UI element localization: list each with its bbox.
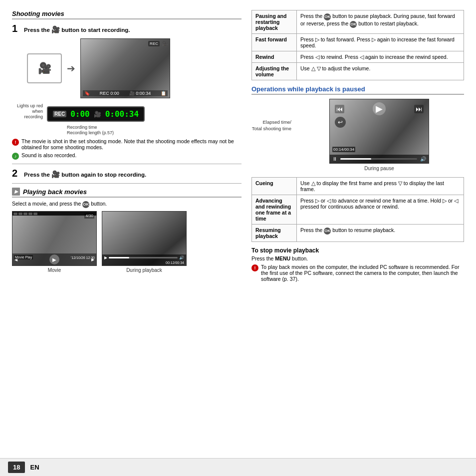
select-movie-text: Select a movie, and press the OK button.: [12, 201, 241, 208]
prev-frame-btn[interactable]: ⏮: [335, 105, 344, 113]
rec-icon: REC: [148, 41, 160, 46]
stop-text: Press the MENU button.: [251, 255, 464, 261]
note-1: ! The movie is shot in the set shooting …: [12, 138, 241, 150]
fast-forward-label: Fast forward: [252, 34, 297, 51]
rec-time-display: REC 0:00: [100, 91, 119, 96]
playback-progress-bar: ▶ 🔊 00:12/00:34: [102, 254, 186, 265]
video-overlay-top: REC 🎥: [148, 41, 168, 46]
table-row-fast-forward: Fast forward Press ▷ to fast forward. Pr…: [252, 34, 464, 51]
video-overlay-bottom: 🔖 REC 0:00 🎥 0:00:34 📋: [83, 90, 168, 96]
pause-video-display: ⏮ ▶ ⏭ ↩ 00:14/00:34: [329, 99, 429, 164]
pause-progress-bar: 00:14/00:34: [332, 147, 426, 152]
elapsed-time-label: Elapsed time/Total shooting time: [251, 99, 291, 132]
divider-1: [12, 164, 241, 164]
camera-icon: 🎥: [38, 62, 51, 75]
cueing-label: Cueing: [252, 178, 297, 195]
step-2-text: Press the 🎥 button again to stop recordi…: [24, 168, 146, 178]
rec-cam-icon: 🎥: [94, 111, 101, 118]
playback-info-table: Pausing and restarting playback Press th…: [251, 10, 464, 80]
pause-play-btn[interactable]: ▶: [373, 102, 386, 115]
ops-section-title: Operations while playback is paused: [251, 85, 464, 95]
rec-display-bar: REC 0:00 🎥 0:00:34: [47, 106, 145, 122]
film-strip-top: [12, 212, 96, 216]
ok-button-icon: OK: [82, 201, 89, 208]
ops-row-advancing: Advancing and rewinding one frame at a t…: [252, 195, 464, 225]
film-hole: [13, 213, 17, 215]
arrow-icon: ➔: [67, 62, 75, 74]
recording-time-label: Recording time: [67, 125, 241, 130]
during-playback-label: During playback: [126, 267, 162, 273]
play-indicator: ▶: [104, 255, 107, 260]
pause-bar-icon: ⏸: [332, 156, 337, 162]
advancing-desc: Press ▷ or ◁ to advance or rewind one fr…: [297, 195, 464, 225]
thumb-count: 4/30: [84, 213, 94, 219]
step-2-number: 2: [12, 168, 21, 178]
rec-length: 0:00:34: [105, 109, 139, 119]
stop-note-icon: !: [251, 264, 258, 271]
volume-desc: Use △ ▽ to adjust the volume.: [297, 63, 464, 80]
note-2-text: Sound is also recorded.: [21, 152, 76, 158]
progress-row: ▶ 🔊: [104, 255, 184, 260]
pause-progress-fill: [340, 158, 371, 160]
rewind-label: Rewind: [252, 51, 297, 63]
note-icon-2: ♪: [12, 153, 19, 160]
bookmark-icon: 🔖: [84, 91, 90, 96]
recording-length-label: Recording length (p.57): [67, 130, 241, 135]
during-pause-text: During pause: [294, 166, 464, 171]
resuming-desc: Press the OK button to resume playback.: [297, 225, 464, 242]
stop-section: To stop movie playback Press the MENU bu…: [251, 247, 464, 282]
stop-title: To stop movie playback: [251, 247, 464, 254]
play-btn[interactable]: ▶: [49, 254, 59, 264]
note-icon-1: !: [12, 139, 19, 146]
during-playback-thumbnail: ▶ 🔊 00:12/00:34: [102, 211, 187, 266]
playback-time: 00:12/00:34: [104, 261, 184, 264]
cam-time: 🎥 0:00:34: [129, 91, 151, 96]
rewind-desc: Press ◁ to rewind. Press ◁ again to incr…: [297, 51, 464, 63]
film-hole: [18, 213, 22, 215]
advancing-label: Advancing and rewinding one frame at a t…: [252, 195, 297, 225]
movie-thumbs-row: 4/30 ◀ ▶ ▶ Movie Play '12/10/26 12:30 Mo…: [12, 211, 241, 273]
pause-time-display: 00:14/00:34: [332, 147, 355, 152]
progress-bg: [109, 257, 178, 258]
movie-label: Movie: [48, 267, 61, 273]
note-2: ♪ Sound is also recorded.: [12, 152, 241, 160]
rec-time: 0:00: [70, 109, 90, 119]
annotation-area: Recording time Recording length (p.57): [67, 125, 241, 135]
playback-icon: ▶: [12, 188, 20, 196]
pause-progress-track: [340, 158, 417, 160]
camera-icon-box: 🎥: [27, 53, 62, 83]
ops-row-cueing: Cueing Use △ to display the first frame …: [252, 178, 464, 195]
stop-note-text: To play back movies on the computer, the…: [261, 264, 464, 282]
film-hole: [23, 213, 27, 215]
step-1-text: Press the 🎥 button to start recording.: [24, 23, 130, 33]
sd-icon: 📋: [161, 91, 166, 96]
resuming-label: Resuming playback: [252, 225, 297, 242]
ok-icon-resume: OK: [324, 228, 331, 235]
page-footer: 18 EN: [0, 458, 476, 476]
ops-row-resuming: Resuming playback Press the OK button to…: [252, 225, 464, 242]
pause-bottom-controls: ⏸ 🔊: [330, 155, 429, 163]
divider-2: [12, 183, 241, 184]
movie-thumb-wrap-2: ▶ 🔊 00:12/00:34 During playback: [102, 211, 187, 273]
table-row-pausing: Pausing and restarting playback Press th…: [252, 10, 464, 34]
language-label: EN: [30, 464, 39, 471]
pause-volume-icon: 🔊: [420, 156, 426, 162]
cueing-desc: Use △ to display the first frame and pre…: [297, 178, 464, 195]
fast-forward-desc: Press ▷ to fast forward. Press ▷ again t…: [297, 34, 464, 51]
step-2: 2 Press the 🎥 button again to stop recor…: [12, 168, 241, 178]
page-number: 18: [8, 462, 25, 473]
right-column: Pausing and restarting playback Press th…: [251, 10, 464, 284]
step-1-number: 1: [12, 23, 21, 33]
rec-label: REC: [53, 111, 66, 117]
volume-icon: 🔊: [179, 255, 184, 260]
recording-diagram: 🎥 ➔ REC 🎥 🔖 REC 0:00 🎥 0:00:34 📋: [27, 38, 241, 98]
back-btn[interactable]: ↩: [335, 117, 346, 128]
movie-play-label: Movie Play: [14, 255, 33, 259]
progress-fill: [109, 257, 129, 258]
left-column: Shooting movies 1 Press the 🎥 button to …: [12, 10, 241, 284]
next-frame-btn[interactable]: ⏭: [414, 105, 424, 113]
camera-small-icon: 🎥: [162, 41, 168, 46]
pause-display-area: ⏮ ▶ ⏭ ↩ 00:14/00:34: [294, 99, 464, 175]
lights-up-annotation: Lights up redwhen recording: [13, 103, 43, 119]
ok-icon-2: OK: [350, 21, 357, 28]
